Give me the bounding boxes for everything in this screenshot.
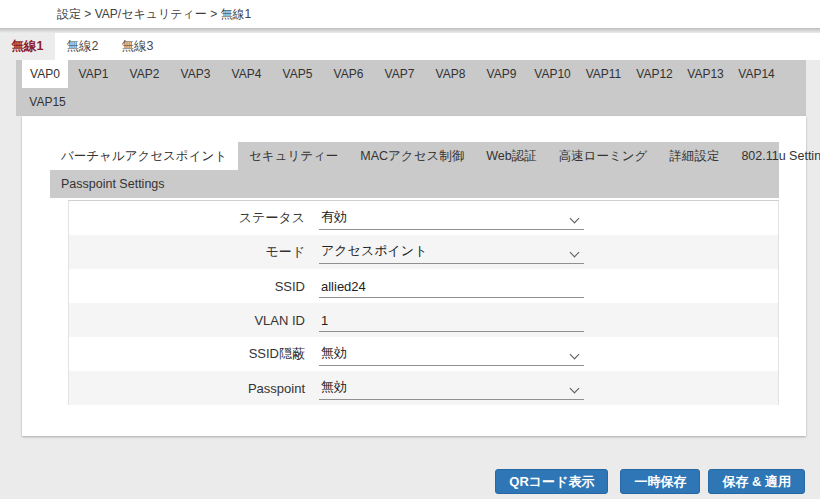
vlan-id-field — [319, 308, 584, 332]
temp-save-button[interactable]: 一時保存 — [620, 469, 700, 494]
vap-settings-panel: バーチャルアクセスポイント セキュリティー MACアクセス制御 Web認証 高速… — [22, 116, 806, 436]
form-row-passpoint: Passpoint 無効 — [69, 371, 778, 405]
qr-code-button[interactable]: QRコード表示 — [495, 469, 608, 494]
tab-fast-roaming[interactable]: 高速ローミング — [548, 142, 659, 170]
ssid-hidden-select[interactable]: 無効 — [319, 342, 584, 366]
vlan-id-label: VLAN ID — [69, 313, 319, 328]
status-select[interactable]: 有効 — [319, 206, 584, 230]
vap-tab-vap11[interactable]: VAP11 — [578, 60, 629, 88]
tab-mac-access-control[interactable]: MACアクセス制御 — [349, 142, 475, 170]
ssid-field — [319, 274, 584, 298]
form-row-mode: モード アクセスポイント — [69, 235, 778, 269]
ssid-label: SSID — [69, 279, 319, 294]
vap-tab-vap10[interactable]: VAP10 — [527, 60, 578, 88]
tab-security[interactable]: セキュリティー — [238, 142, 349, 170]
breadcrumb-bar: 設定 > VAP/セキュリティー > 無線1 — [0, 0, 820, 28]
breadcrumb: 設定 > VAP/セキュリティー > 無線1 — [57, 6, 251, 23]
vap-tab-vap3[interactable]: VAP3 — [170, 60, 221, 88]
passpoint-select-value: 無効 — [321, 378, 347, 396]
vap-tab-vap13[interactable]: VAP13 — [680, 60, 731, 88]
vap-tab-bar: VAP0 VAP1 VAP2 VAP3 VAP4 VAP5 VAP6 VAP7 … — [16, 60, 806, 116]
chevron-down-icon — [570, 214, 580, 224]
ssid-input[interactable] — [321, 279, 566, 294]
vlan-id-input[interactable] — [321, 313, 566, 328]
form-row-status: ステータス 有効 — [69, 201, 778, 235]
settings-tab-row-2: Passpoint Settings — [50, 170, 779, 198]
vap-settings-form: ステータス 有効 モード アクセスポイント SSID — [68, 200, 779, 405]
tab-wireless-3[interactable]: 無線3 — [110, 33, 165, 60]
status-label: ステータス — [69, 209, 319, 227]
ssid-hidden-label: SSID隠蔽 — [69, 345, 319, 363]
tab-80211u-settings[interactable]: 802.11u Settings — [730, 142, 820, 170]
vap-tab-vap9[interactable]: VAP9 — [476, 60, 527, 88]
main-container: VAP0 VAP1 VAP2 VAP3 VAP4 VAP5 VAP6 VAP7 … — [16, 60, 806, 436]
vap-tab-vap15[interactable]: VAP15 — [22, 88, 73, 116]
vap-tab-vap5[interactable]: VAP5 — [272, 60, 323, 88]
mode-select[interactable]: アクセスポイント — [319, 240, 584, 264]
tab-advanced-settings[interactable]: 詳細設定 — [658, 142, 730, 170]
vap-tab-vap4[interactable]: VAP4 — [221, 60, 272, 88]
vap-tab-vap14[interactable]: VAP14 — [731, 60, 782, 88]
status-select-value: 有効 — [321, 208, 347, 226]
form-row-ssid-hidden: SSID隠蔽 無効 — [69, 337, 778, 371]
ssid-hidden-select-value: 無効 — [321, 344, 347, 362]
vap-tab-row-1: VAP0 VAP1 VAP2 VAP3 VAP4 VAP5 VAP6 VAP7 … — [16, 60, 806, 88]
chevron-down-icon — [570, 248, 580, 258]
mode-label: モード — [69, 243, 319, 261]
form-row-ssid: SSID — [69, 269, 778, 303]
vap-tab-vap0[interactable]: VAP0 — [22, 60, 68, 88]
tab-passpoint-settings[interactable]: Passpoint Settings — [50, 170, 176, 198]
footer-button-bar: QRコード表示 一時保存 保存 & 適用 — [495, 469, 805, 494]
passpoint-select[interactable]: 無効 — [319, 376, 584, 400]
vap-tab-vap7[interactable]: VAP7 — [374, 60, 425, 88]
form-row-vlan-id: VLAN ID — [69, 303, 778, 337]
vap-tab-row-2: VAP15 — [16, 88, 806, 116]
vap-tab-vap1[interactable]: VAP1 — [68, 60, 119, 88]
save-apply-button[interactable]: 保存 & 適用 — [708, 469, 805, 494]
tab-virtual-access-point[interactable]: バーチャルアクセスポイント — [50, 142, 238, 170]
vap-tab-vap8[interactable]: VAP8 — [425, 60, 476, 88]
tab-wireless-2[interactable]: 無線2 — [55, 33, 110, 60]
vap-tab-vap6[interactable]: VAP6 — [323, 60, 374, 88]
tab-web-auth[interactable]: Web認証 — [475, 142, 547, 170]
mode-select-value: アクセスポイント — [321, 242, 427, 260]
chevron-down-icon — [570, 350, 580, 360]
settings-tab-bar: バーチャルアクセスポイント セキュリティー MACアクセス制御 Web認証 高速… — [50, 142, 779, 198]
passpoint-label: Passpoint — [69, 381, 319, 396]
vap-tab-vap12[interactable]: VAP12 — [629, 60, 680, 88]
tab-wireless-1[interactable]: 無線1 — [0, 33, 55, 60]
settings-tab-row-1: バーチャルアクセスポイント セキュリティー MACアクセス制御 Web認証 高速… — [50, 142, 779, 170]
wireless-tabs: 無線1 無線2 無線3 — [0, 33, 820, 60]
vap-tab-vap2[interactable]: VAP2 — [119, 60, 170, 88]
chevron-down-icon — [570, 384, 580, 394]
